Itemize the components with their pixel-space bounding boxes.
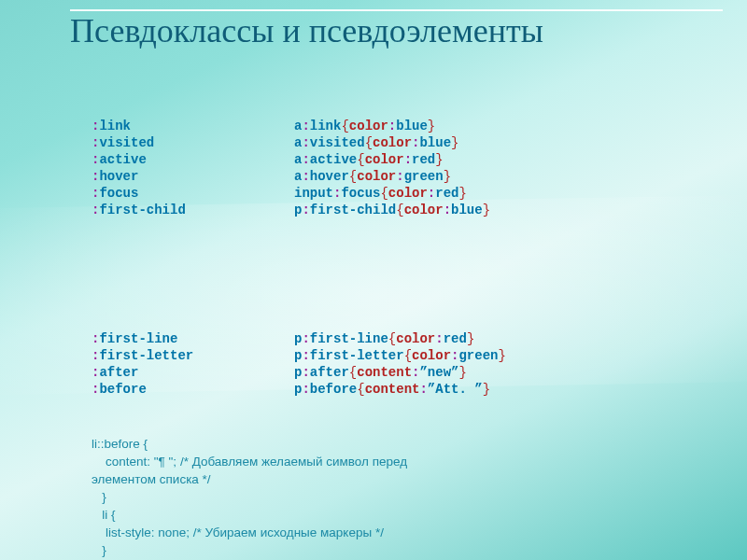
pseudo-class-examples: a:link{color:blue} a:visited{color:blue}… <box>294 118 724 218</box>
pseudo-class-list: :link :visited :active :hover :focus :fi… <box>92 118 297 218</box>
extra-line-3: элементом списка */ <box>92 472 211 486</box>
slide: Псевдоклассы и псевдоэлементы :link :vis… <box>0 0 747 560</box>
extra-line-1: li::before { <box>92 437 148 451</box>
extra-line-5: li { <box>92 508 116 522</box>
extra-line-4: } <box>92 490 106 504</box>
slide-title: Псевдоклассы и псевдоэлементы <box>70 13 723 50</box>
pseudo-element-list: :first-line :first-letter :after :before <box>92 330 297 398</box>
extra-line-6: list-style: none; /* Убираем исходные ма… <box>92 525 384 539</box>
extra-line-2: content: "¶ "; /* Добавляем желаемый сим… <box>92 455 407 469</box>
title-rule <box>70 9 723 11</box>
extra-line-7: } <box>92 543 106 557</box>
extra-code: li::before { content: "¶ "; /* Добавляем… <box>92 435 407 559</box>
pseudo-element-examples: p:first-line{color:red} p:first-letter{c… <box>294 330 724 398</box>
